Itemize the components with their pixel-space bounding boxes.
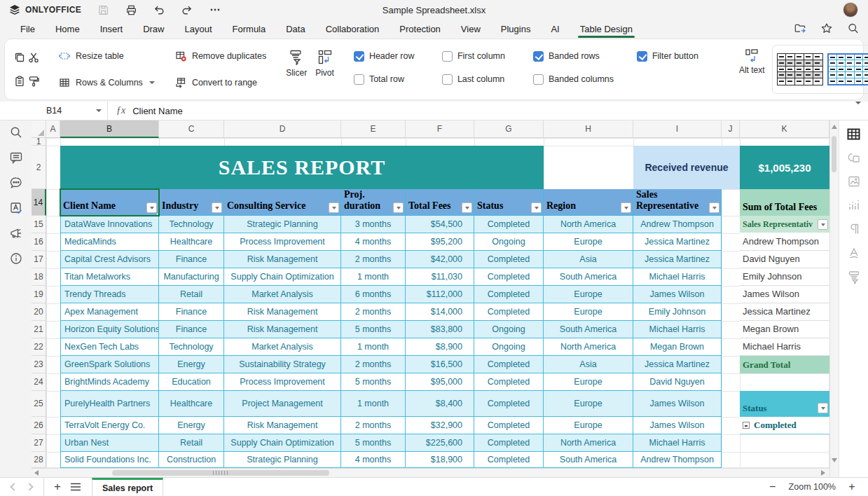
row-header-15[interactable]: 15: [32, 216, 46, 233]
table-cell[interactable]: $11,030: [406, 268, 474, 286]
table-cell[interactable]: $112,000: [406, 286, 474, 303]
filter-button[interactable]: [709, 202, 719, 213]
table-settings-icon[interactable]: [846, 126, 862, 142]
formula-bar-expand-icon[interactable]: [854, 104, 868, 117]
table-style-cyan-selected[interactable]: [827, 53, 868, 85]
menu-plugins[interactable]: Plugins: [500, 22, 532, 36]
table-cell[interactable]: Completed: [474, 216, 544, 233]
table-cell[interactable]: Europe: [544, 391, 633, 417]
pivot-field-header-cell[interactable]: Sales Representativ: [740, 216, 829, 233]
table-cell[interactable]: Market Analysis: [224, 286, 341, 303]
row-header-26[interactable]: 26: [32, 417, 46, 434]
table-cell[interactable]: Finance: [159, 303, 224, 321]
column-header-H[interactable]: H: [544, 120, 633, 138]
row-header-19[interactable]: 19: [32, 286, 46, 303]
redo-icon[interactable]: [181, 4, 193, 16]
table-cell[interactable]: GreenSpark Solutions: [60, 356, 159, 373]
rows-columns-button[interactable]: Rows & Columns: [55, 73, 158, 92]
checkbox-unchecked-icon[interactable]: [442, 51, 453, 62]
table-cell[interactable]: Sustainability Strategy: [224, 356, 341, 373]
table-cell[interactable]: Manufacturing: [159, 268, 224, 286]
checkbox-checked-icon[interactable]: [533, 51, 544, 62]
table-cell[interactable]: 4 months: [341, 233, 406, 251]
slicer-settings-icon[interactable]: [846, 269, 862, 284]
table-cell[interactable]: Completed: [474, 303, 544, 321]
favorites-star-icon[interactable]: [820, 22, 833, 34]
menu-draw[interactable]: Draw: [142, 22, 165, 36]
pivot-item[interactable]: Jessica Martinez: [740, 303, 829, 321]
table-cell[interactable]: South America: [544, 321, 633, 338]
table-cell[interactable]: Completed: [474, 417, 544, 434]
table-cell[interactable]: $95,000: [406, 373, 474, 391]
comments-icon[interactable]: [8, 150, 24, 165]
formula-input[interactable]: Client Name: [132, 106, 854, 116]
table-cell[interactable]: Completed: [474, 373, 544, 391]
vertical-scroll-thumb[interactable]: [832, 136, 836, 172]
pivot-status-item-completed[interactable]: Completed: [740, 417, 829, 434]
chart-settings-icon[interactable]: [846, 198, 862, 213]
received-revenue-value-cell[interactable]: $1,005,230: [740, 146, 829, 189]
table-cell[interactable]: $83,800: [406, 321, 474, 338]
table-cell[interactable]: 2 months: [341, 356, 406, 373]
table-cell[interactable]: North America: [544, 434, 633, 452]
filter-button[interactable]: [146, 202, 157, 213]
format-painter-icon[interactable]: [27, 70, 40, 92]
menu-home[interactable]: Home: [55, 22, 81, 36]
table-cell[interactable]: Capital Crest Advisors: [60, 251, 159, 268]
image-settings-icon[interactable]: [846, 174, 862, 189]
collapse-icon[interactable]: [743, 422, 750, 429]
table-cell[interactable]: Technology: [159, 216, 224, 233]
table-cell[interactable]: $225,600: [406, 434, 474, 452]
menu-table-design[interactable]: Table Design: [579, 22, 633, 36]
table-cell[interactable]: Completed: [474, 286, 544, 303]
table-cell[interactable]: TerraVolt Energy Co.: [60, 417, 159, 434]
table-cell[interactable]: Technology: [159, 338, 224, 356]
table-cell[interactable]: South America: [544, 452, 633, 468]
insert-function-icon[interactable]: ƒx: [108, 105, 132, 116]
table-cell[interactable]: David Nguyen: [633, 373, 722, 391]
checkbox-last-column[interactable]: Last column: [442, 73, 526, 85]
paste-icon[interactable]: [13, 70, 26, 92]
checkbox-first-column[interactable]: First column: [442, 50, 526, 62]
table-cell[interactable]: 5 months: [341, 321, 406, 338]
horizontal-scroll-thumb[interactable]: [112, 470, 329, 476]
menu-data[interactable]: Data: [285, 22, 305, 36]
row-header-28[interactable]: 28: [32, 452, 46, 468]
table-cell[interactable]: 1 month: [341, 391, 406, 417]
table-cell[interactable]: Europe: [544, 233, 633, 251]
filter-button[interactable]: [531, 202, 542, 213]
row-header-22[interactable]: 22: [32, 338, 46, 356]
alt-text-button[interactable]: Alt text: [736, 46, 768, 76]
report-title-cell[interactable]: SALES REPORT: [60, 146, 544, 189]
table-cell[interactable]: James Wilson: [633, 391, 722, 417]
table-cell[interactable]: 2 months: [341, 417, 406, 434]
table-cell[interactable]: Energy: [159, 356, 224, 373]
table-cell[interactable]: Supply Chain Optimization: [224, 268, 341, 286]
menu-layout[interactable]: Layout: [184, 22, 213, 36]
table-header-industry[interactable]: Industry: [159, 189, 224, 216]
paragraph-settings-icon[interactable]: [846, 221, 862, 237]
pivot-item[interactable]: Emily Johnson: [740, 268, 829, 286]
table-cell[interactable]: Horizon Equity Solutions: [60, 321, 159, 338]
table-cell[interactable]: Market Analysis: [224, 338, 341, 356]
open-file-location-icon[interactable]: [794, 22, 806, 34]
pivot-field-filter-button[interactable]: [818, 219, 828, 230]
table-cell[interactable]: 1 month: [341, 338, 406, 356]
spellcheck-icon[interactable]: [8, 200, 24, 216]
row-header-14[interactable]: 14: [32, 189, 46, 216]
filter-button[interactable]: [621, 202, 631, 213]
cell-name-box[interactable]: B14: [41, 102, 108, 120]
table-header-total-fees[interactable]: Total Fees: [406, 189, 474, 216]
row-header-20[interactable]: 20: [32, 303, 46, 321]
row-header-18[interactable]: 18: [32, 268, 46, 286]
checkbox-checked-icon[interactable]: [354, 51, 364, 62]
table-cell[interactable]: $18,900: [406, 452, 474, 468]
pivot-sum-header-cell[interactable]: Sum of Total Fees: [740, 189, 829, 216]
table-cell[interactable]: Retail: [159, 286, 224, 303]
table-header-proj-duration[interactable]: Proj. duration: [341, 189, 406, 216]
pivot-item[interactable]: Michael Harris: [740, 338, 829, 356]
filter-button[interactable]: [393, 202, 404, 213]
table-cell[interactable]: North America: [544, 216, 633, 233]
table-cell[interactable]: Titan Metalworks: [60, 268, 159, 286]
table-header-sales-representative[interactable]: Sales Representative: [633, 189, 722, 216]
